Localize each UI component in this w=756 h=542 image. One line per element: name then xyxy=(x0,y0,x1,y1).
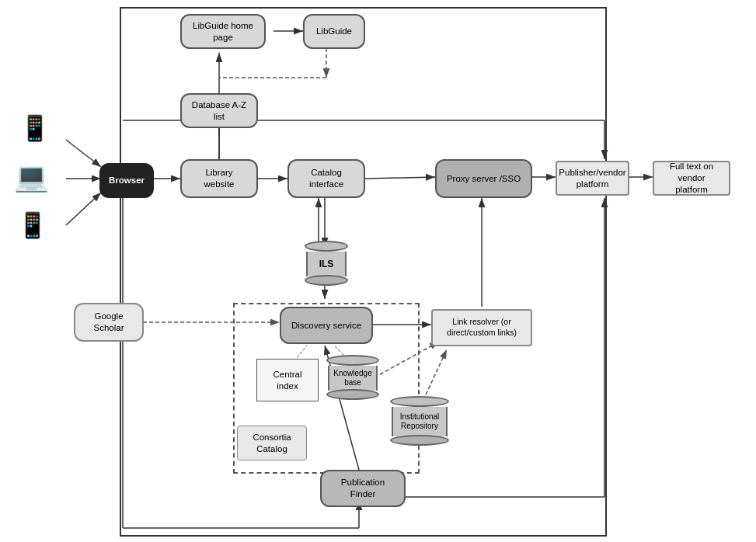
consortia-catalog-label: Consortia Catalog xyxy=(246,432,298,455)
publisher-vendor-label: Publisher/vendor platform xyxy=(559,167,625,190)
catalog-interface-node: Catalog interface xyxy=(287,159,365,198)
publisher-vendor-node: Publisher/vendor platform xyxy=(556,161,629,196)
smartphone-icon: 📱 xyxy=(19,113,51,145)
google-scholar-node: Google Scholar xyxy=(74,303,144,342)
catalog-interface-label: Catalog interface xyxy=(297,167,356,190)
library-website-node: Library website xyxy=(180,159,258,198)
link-resolver-label: Link resolver (or direct/custom links) xyxy=(441,317,523,338)
knowledge-base-label: Knowledge base xyxy=(329,369,376,387)
library-website-label: Library website xyxy=(190,167,249,190)
central-index-label: Central index xyxy=(263,369,312,392)
full-text-node: Full text on vendor platform xyxy=(653,161,730,196)
discovery-service-node: Discovery service xyxy=(280,307,373,344)
proxy-sso-node: Proxy server /SSO xyxy=(435,159,532,198)
central-index-node: Central index xyxy=(256,359,319,401)
svg-line-6 xyxy=(66,193,101,225)
browser-node: Browser xyxy=(99,163,154,198)
database-az-node: Database A-Z list xyxy=(180,93,258,128)
institutional-repo-label: Institutional Repository xyxy=(393,412,446,431)
google-scholar-label: Google Scholar xyxy=(83,311,134,334)
ils-label: ILS xyxy=(319,259,334,269)
consortia-catalog-node: Consortia Catalog xyxy=(237,426,307,460)
libguide-home-node: LibGuide home page xyxy=(180,14,266,49)
laptop-icon: 💻 xyxy=(14,159,49,196)
svg-line-9 xyxy=(365,177,435,179)
database-az-label: Database A-Z list xyxy=(190,99,249,123)
discovery-service-label: Discovery service xyxy=(291,320,361,332)
browser-label: Browser xyxy=(109,175,145,186)
knowledge-base-node: Knowledge base xyxy=(325,355,381,409)
link-resolver-node: Link resolver (or direct/custom links) xyxy=(431,309,532,346)
ils-node: ILS xyxy=(303,241,350,287)
proxy-sso-label: Proxy server /SSO xyxy=(447,173,521,185)
libguide-home-label: LibGuide home page xyxy=(190,20,256,43)
svg-line-4 xyxy=(66,140,101,167)
full-text-label: Full text on vendor platform xyxy=(662,161,721,196)
architecture-diagram: 📱 💻 📱 Browser Library website Catalog in… xyxy=(0,0,756,542)
institutional-repo-node: Institutional Repository xyxy=(388,396,451,454)
libguide-label: LibGuide xyxy=(316,26,352,37)
publication-finder-label: Publication Finder xyxy=(329,477,396,500)
publication-finder-node: Publication Finder xyxy=(320,470,406,507)
libguide-node: LibGuide xyxy=(303,14,365,49)
tablet-icon: 📱 xyxy=(17,210,48,242)
